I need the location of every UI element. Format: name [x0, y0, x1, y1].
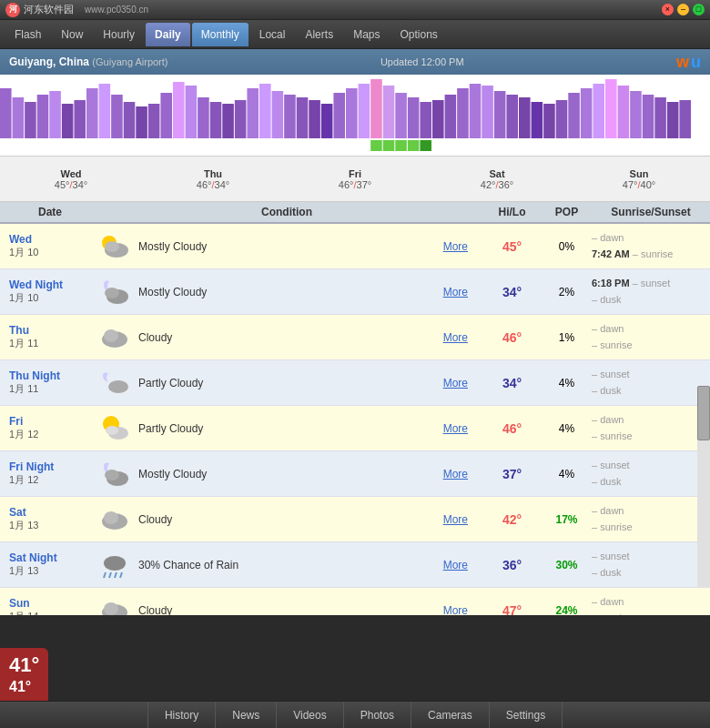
weather-icon-cloudy [98, 594, 131, 616]
nav-flash[interactable]: Flash [5, 23, 50, 46]
table-row: Wed1月 10Mostly CloudyMore45°0%– dawn7:42… [0, 224, 710, 269]
more-link-7[interactable]: More [443, 559, 468, 571]
more-link-5[interactable]: More [443, 468, 468, 480]
tab-cameras[interactable]: Cameras [411, 702, 490, 728]
weather-icon-cloudy [98, 503, 131, 536]
weather-icon-mostly-cloudy-night [98, 276, 131, 308]
maximize-button[interactable]: □ [693, 4, 705, 15]
row-pop-1: 2% [542, 286, 592, 298]
nav-alerts[interactable]: Alerts [296, 23, 342, 46]
more-link-1[interactable]: More [443, 286, 468, 298]
app-url: www.pc0350.cn [85, 5, 148, 15]
wu-logo: wu [676, 53, 701, 72]
tab-news[interactable]: News [216, 702, 277, 728]
svg-point-4 [105, 288, 119, 298]
scrollbar-thumb[interactable] [697, 386, 710, 440]
svg-line-19 [120, 572, 122, 578]
header-hilo: Hi/Lo [482, 206, 542, 218]
table-row: Thu Night1月 11Partly CloudyMore34°4%– su… [0, 360, 710, 406]
row-pop-3: 4% [542, 377, 592, 389]
location-info: Guiyang, China (Guiyang Airport) [9, 56, 168, 68]
row-sunrise-1: 6:18 PM – sunset– dusk [592, 276, 710, 308]
row-condition-6: CloudyMore [91, 500, 482, 540]
nav-now[interactable]: Now [52, 23, 92, 46]
svg-point-6 [104, 329, 118, 342]
row-date-2: Thu1月 11 [0, 324, 91, 350]
city-name: Guiyang, China [9, 56, 89, 68]
tab-videos[interactable]: Videos [277, 702, 343, 728]
row-sunrise-8: – dawn– sunrise [592, 594, 710, 615]
row-hilo-8: 47° [482, 603, 542, 616]
nav-hourly[interactable]: Hourly [94, 23, 144, 46]
weather-icon-mostly-cloudy-night [98, 458, 131, 490]
weather-chart [0, 75, 710, 157]
row-pop-4: 4% [542, 422, 592, 435]
row-hilo-5: 37° [482, 467, 542, 481]
header-date: Date [0, 206, 91, 218]
svg-line-16 [104, 572, 106, 578]
more-link-3[interactable]: More [443, 377, 468, 389]
day-summary-thu: Thu 46°/34° [142, 168, 284, 190]
table-row: Wed Night1月 10Mostly CloudyMore34°2%6:18… [0, 269, 710, 315]
row-sunrise-4: – dawn– sunrise [592, 412, 710, 444]
app-title: 河东软件园 [24, 3, 74, 16]
bottom-tab-bar: History News Videos Photos Cameras Setti… [0, 701, 710, 728]
header-condition: Condition [91, 206, 482, 218]
svg-point-15 [104, 556, 126, 571]
header-sunrise: Sunrise/Sunset [592, 206, 710, 218]
tab-settings[interactable]: Settings [490, 702, 563, 728]
row-pop-8: 24% [542, 604, 592, 616]
nav-daily[interactable]: Daily [146, 23, 190, 46]
scrollbar-track[interactable] [697, 386, 710, 588]
row-date-4: Fri1月 12 [0, 415, 91, 441]
row-date-5: Fri Night1月 12 [0, 460, 91, 487]
current-temp-overlay: 41° 41° [0, 648, 48, 701]
current-temp: 41° [9, 653, 39, 677]
table-row: Sat1月 13CloudyMore42°17%– dawn– sunrise [0, 497, 710, 542]
tab-photos[interactable]: Photos [344, 702, 411, 728]
nav-monthly[interactable]: Monthly [192, 23, 248, 46]
table-row: Fri1月 12Partly CloudyMore46°4%– dawn– su… [0, 406, 710, 451]
row-pop-0: 0% [542, 240, 592, 253]
location-bar: Guiyang, China (Guiyang Airport) Updated… [0, 49, 710, 75]
nav-local[interactable]: Local [250, 23, 295, 46]
day-summary-sun: Sun 47°/40° [568, 168, 710, 190]
more-link-4[interactable]: More [443, 422, 468, 435]
svg-line-18 [115, 572, 117, 578]
row-hilo-6: 42° [482, 512, 542, 527]
table-row: Thu1月 11CloudyMore46°1%– dawn– sunrise [0, 315, 710, 360]
row-condition-1: Mostly CloudyMore [91, 272, 482, 312]
row-hilo-0: 45° [482, 239, 542, 254]
weather-icon-rain-night [98, 549, 131, 581]
tab-history[interactable]: History [147, 702, 216, 728]
more-link-8[interactable]: More [443, 604, 468, 616]
row-hilo-3: 34° [482, 376, 542, 390]
svg-point-2 [105, 241, 119, 252]
header-pop: POP [542, 206, 592, 218]
weather-rows-container: Wed1月 10Mostly CloudyMore45°0%– dawn7:42… [0, 224, 710, 615]
day-summary-fri: Fri 46°/37° [284, 168, 426, 190]
airport-name: (Guiyang Airport) [92, 56, 167, 67]
nav-maps[interactable]: Maps [344, 23, 389, 46]
svg-point-10 [106, 426, 118, 435]
nav-bar: Flash Now Hourly Daily Monthly Local Ale… [0, 20, 710, 49]
row-sunrise-6: – dawn– sunrise [592, 503, 710, 535]
row-sunrise-2: – dawn– sunrise [592, 321, 710, 353]
row-pop-5: 4% [542, 468, 592, 480]
row-condition-4: Partly CloudyMore [91, 409, 482, 449]
table-header: Date Condition Hi/Lo POP Sunrise/Sunset [0, 202, 710, 224]
minimize-button[interactable]: – [677, 4, 689, 15]
updated-time: Updated 12:00 PM [380, 56, 464, 67]
row-condition-7: 30% Chance of RainMore [91, 545, 482, 585]
more-link-0[interactable]: More [443, 240, 468, 253]
row-hilo-2: 46° [482, 330, 542, 345]
row-date-3: Thu Night1月 11 [0, 369, 91, 396]
close-button[interactable]: × [662, 4, 674, 15]
more-link-2[interactable]: More [443, 331, 468, 344]
more-link-6[interactable]: More [443, 513, 468, 526]
nav-options[interactable]: Options [390, 23, 446, 46]
svg-line-17 [109, 572, 111, 578]
row-condition-0: Mostly CloudyMore [91, 227, 482, 267]
logo-icon: 河 [5, 3, 20, 17]
svg-point-21 [104, 602, 118, 615]
